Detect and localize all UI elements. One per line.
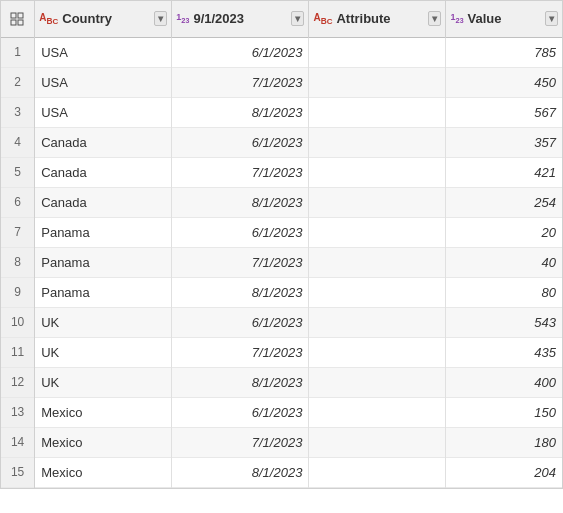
cell-attribute — [309, 427, 446, 457]
table-row: 14Mexico7/1/2023180 — [1, 427, 562, 457]
country-dropdown[interactable]: ▾ — [154, 11, 167, 26]
table-row: 10UK6/1/2023543 — [1, 307, 562, 337]
cell-value: 204 — [446, 457, 562, 487]
cell-value: 357 — [446, 127, 562, 157]
cell-country: UK — [35, 307, 172, 337]
table-row: 1USA6/1/2023785 — [1, 37, 562, 67]
cell-attribute — [309, 307, 446, 337]
attribute-header[interactable]: ABC Attribute ▾ — [309, 1, 446, 37]
date-dropdown[interactable]: ▾ — [291, 11, 304, 26]
cell-attribute — [309, 37, 446, 67]
table-row: 6Canada8/1/2023254 — [1, 187, 562, 217]
text-type-icon-attr: ABC — [313, 12, 332, 26]
row-index: 7 — [1, 217, 35, 247]
cell-date: 7/1/2023 — [172, 427, 309, 457]
row-index: 11 — [1, 337, 35, 367]
date-header-label: 9/1/2023 — [193, 11, 244, 26]
row-index: 14 — [1, 427, 35, 457]
cell-attribute — [309, 97, 446, 127]
cell-date: 8/1/2023 — [172, 457, 309, 487]
table-row: 8Panama7/1/202340 — [1, 247, 562, 277]
cell-country: UK — [35, 367, 172, 397]
cell-country: Mexico — [35, 457, 172, 487]
cell-attribute — [309, 277, 446, 307]
attribute-dropdown[interactable]: ▾ — [428, 11, 441, 26]
cell-date: 8/1/2023 — [172, 367, 309, 397]
row-index: 2 — [1, 67, 35, 97]
cell-date: 6/1/2023 — [172, 307, 309, 337]
table-row: 13Mexico6/1/2023150 — [1, 397, 562, 427]
cell-attribute — [309, 397, 446, 427]
cell-attribute — [309, 337, 446, 367]
cell-date: 7/1/2023 — [172, 247, 309, 277]
text-type-icon: ABC — [39, 12, 58, 26]
cell-country: USA — [35, 37, 172, 67]
cell-country: Canada — [35, 157, 172, 187]
cell-date: 8/1/2023 — [172, 187, 309, 217]
row-index: 10 — [1, 307, 35, 337]
value-header[interactable]: 123 Value ▾ — [446, 1, 562, 37]
country-header-label: Country — [62, 11, 112, 26]
cell-attribute — [309, 187, 446, 217]
cell-value: 435 — [446, 337, 562, 367]
row-index: 1 — [1, 37, 35, 67]
index-header — [1, 1, 35, 37]
cell-country: Panama — [35, 247, 172, 277]
num-type-icon-date: 123 — [176, 12, 189, 25]
table-row: 11UK7/1/2023435 — [1, 337, 562, 367]
cell-value: 20 — [446, 217, 562, 247]
date-header[interactable]: 123 9/1/2023 ▾ — [172, 1, 309, 37]
cell-country: Panama — [35, 277, 172, 307]
table-row: 7Panama6/1/202320 — [1, 217, 562, 247]
row-index: 15 — [1, 457, 35, 487]
cell-country: USA — [35, 97, 172, 127]
cell-country: UK — [35, 337, 172, 367]
row-index: 6 — [1, 187, 35, 217]
cell-country: Canada — [35, 127, 172, 157]
attribute-header-label: Attribute — [336, 11, 390, 26]
value-dropdown[interactable]: ▾ — [545, 11, 558, 26]
value-header-label: Value — [468, 11, 502, 26]
cell-value: 150 — [446, 397, 562, 427]
row-index: 3 — [1, 97, 35, 127]
svg-rect-2 — [11, 20, 16, 25]
cell-country: Mexico — [35, 397, 172, 427]
cell-date: 8/1/2023 — [172, 97, 309, 127]
num-type-icon-val: 123 — [450, 12, 463, 25]
cell-value: 400 — [446, 367, 562, 397]
row-index: 12 — [1, 367, 35, 397]
cell-attribute — [309, 157, 446, 187]
country-header[interactable]: ABC Country ▾ — [35, 1, 172, 37]
row-index: 5 — [1, 157, 35, 187]
cell-value: 785 — [446, 37, 562, 67]
cell-date: 6/1/2023 — [172, 127, 309, 157]
svg-rect-1 — [18, 13, 23, 18]
cell-attribute — [309, 247, 446, 277]
cell-value: 254 — [446, 187, 562, 217]
cell-date: 6/1/2023 — [172, 397, 309, 427]
svg-rect-3 — [18, 20, 23, 25]
cell-value: 543 — [446, 307, 562, 337]
cell-attribute — [309, 217, 446, 247]
cell-value: 80 — [446, 277, 562, 307]
row-index: 4 — [1, 127, 35, 157]
table-row: 4Canada6/1/2023357 — [1, 127, 562, 157]
row-index: 8 — [1, 247, 35, 277]
table-row: 5Canada7/1/2023421 — [1, 157, 562, 187]
cell-value: 40 — [446, 247, 562, 277]
table-row: 2USA7/1/2023450 — [1, 67, 562, 97]
cell-attribute — [309, 367, 446, 397]
cell-attribute — [309, 457, 446, 487]
cell-country: Canada — [35, 187, 172, 217]
cell-value: 567 — [446, 97, 562, 127]
cell-date: 6/1/2023 — [172, 217, 309, 247]
table-row: 15Mexico8/1/2023204 — [1, 457, 562, 487]
cell-country: Panama — [35, 217, 172, 247]
cell-date: 7/1/2023 — [172, 67, 309, 97]
grid-icon — [10, 12, 24, 26]
cell-date: 6/1/2023 — [172, 37, 309, 67]
cell-country: USA — [35, 67, 172, 97]
cell-date: 7/1/2023 — [172, 157, 309, 187]
data-table: ABC Country ▾ 123 9/1/2023 ▾ ABC Att — [0, 0, 563, 489]
row-index: 13 — [1, 397, 35, 427]
